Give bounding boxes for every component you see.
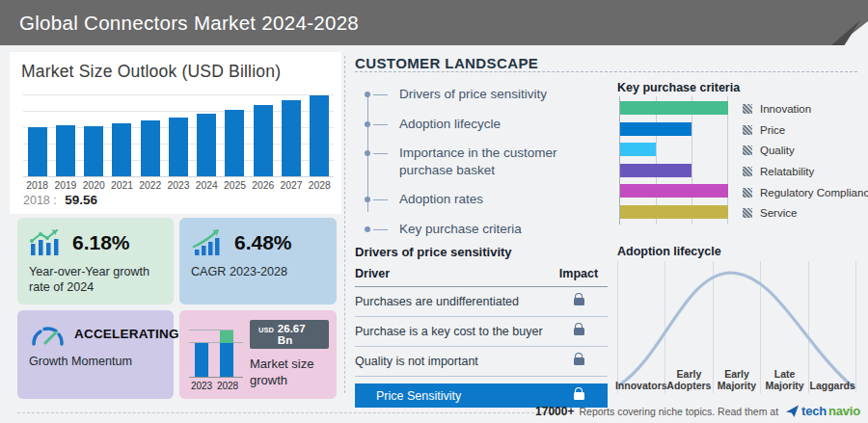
- yoy-label: Year-over-Year growth rate of 2024: [29, 264, 162, 295]
- key-purchase-bar-chart: [619, 96, 728, 225]
- badge-currency: USD: [258, 326, 274, 334]
- adoption-stage-label: Innovators: [617, 362, 665, 391]
- impact-cell: [550, 328, 608, 335]
- speedometer-gauge-icon: [29, 321, 66, 347]
- brand-part1: tech: [801, 404, 827, 418]
- bar-slot: [23, 127, 51, 176]
- legend-label: Regulatory Compliance: [760, 187, 868, 198]
- legend-label: Quality: [760, 145, 795, 156]
- legend-label: Service: [760, 207, 797, 219]
- table-row: Purchase is a key cost to the buyer: [355, 317, 608, 347]
- adoption-stage-label: Early Majority: [713, 362, 761, 391]
- cagr-card: 6.48% CAGR 2023-2028: [179, 218, 337, 304]
- x-tick-label: 2021: [108, 180, 136, 191]
- bar-2025: [225, 110, 244, 176]
- x-tick-label: 2022: [136, 180, 164, 191]
- lock-icon: [574, 328, 584, 335]
- driver-cell: Purchases are undifferentiated: [355, 295, 550, 308]
- legend-label: Relatability: [760, 166, 814, 177]
- legend-swatch-icon: [743, 208, 752, 218]
- bar-slot: [221, 110, 249, 176]
- technavio-logo: technavio: [786, 404, 860, 418]
- lock-icon: [574, 392, 584, 400]
- x-tick-label: 2025: [221, 180, 249, 191]
- x-tick-label: 2028: [306, 180, 334, 191]
- growth-mini-chart: 2023 2028: [189, 318, 245, 391]
- highlight-label: Price Sensitivity: [355, 389, 550, 403]
- bar-2023: [195, 343, 208, 377]
- bar-2028: [310, 95, 329, 176]
- brand-part2: navio: [828, 404, 860, 418]
- bar-slot: [136, 120, 164, 176]
- x-tick-label: 2027: [277, 180, 305, 191]
- mini-label-2028: 2028: [215, 381, 240, 391]
- legend-item: Regulatory Compliance: [743, 182, 868, 203]
- x-tick-label: 2026: [249, 180, 277, 191]
- header-bar: Global Connectors Market 2024-2028: [0, 0, 868, 45]
- mini-axis: [189, 377, 243, 378]
- growth-label: Market size growth: [250, 357, 329, 389]
- momentum-label: Growth Momentum: [29, 354, 162, 369]
- bar-chart-up-arrow-icon: [29, 228, 64, 257]
- adoption-stage-label: Early Adopters: [665, 362, 714, 391]
- x-tick-label: 2020: [80, 180, 108, 191]
- list-item: Drivers of price sensitivity: [355, 80, 604, 110]
- bar-slot: [51, 125, 79, 176]
- legend-item: Price: [743, 119, 868, 141]
- base-year-sep: :: [53, 194, 56, 207]
- vertical-dashed-divider: [344, 56, 345, 393]
- adoption-stage-label: Laggards: [808, 362, 856, 391]
- legend-label: Innovation: [760, 103, 811, 115]
- adoption-lifecycle-chart: InnovatorsEarly AdoptersEarly MajorityLa…: [617, 261, 856, 393]
- market-size-growth-card: 2023 2028 USD 26.67 Bn Market size growt…: [179, 310, 337, 399]
- x-tick-label: 2018: [23, 180, 51, 191]
- legend-label: Price: [760, 124, 785, 136]
- adoption-stage-labels: InnovatorsEarly AdoptersEarly MajorityLa…: [617, 362, 856, 391]
- hbar-regulatory-compliance: [620, 184, 728, 198]
- legend-item: Quality: [743, 140, 868, 161]
- legend-swatch-icon: [743, 125, 752, 135]
- page-title: Global Connectors Market 2024-2028: [19, 0, 359, 45]
- bar-slot: [306, 95, 334, 176]
- table-row: Quality is not important: [355, 347, 608, 377]
- price-sensitivity-title: Drivers of price sensitivity: [355, 245, 512, 259]
- mini-label-2023: 2023: [189, 381, 214, 391]
- key-purchase-legend: InnovationPriceQualityRelatabilityRegula…: [743, 98, 868, 224]
- hbar-innovation: [620, 101, 728, 115]
- legend-swatch-icon: [743, 167, 752, 176]
- table-header: Driver Impact: [355, 263, 608, 287]
- impact-column-header: Impact: [550, 267, 608, 280]
- hbar-relatability: [620, 164, 692, 177]
- cagr-value: 6.48%: [234, 231, 292, 254]
- bar-2022: [141, 120, 160, 176]
- hbar-service: [620, 205, 728, 219]
- bar-plot-area: [23, 93, 334, 177]
- growth-badge: USD 26.67 Bn: [250, 320, 329, 349]
- bar-2026: [254, 105, 273, 176]
- adoption-stage-label: Late Majority: [761, 362, 809, 391]
- footer: 17000+ Reports covering niche topics. Re…: [535, 404, 860, 418]
- technavio-arrow-icon: [786, 405, 800, 418]
- hbar-price: [620, 122, 692, 136]
- hbar-quality: [620, 143, 656, 156]
- legend-swatch-icon: [743, 104, 752, 114]
- impact-cell: [550, 357, 608, 365]
- list-item: Adoption rates: [355, 185, 604, 215]
- legend-item: Innovation: [743, 98, 868, 119]
- base-year-value: 59.56: [65, 193, 97, 207]
- impact-cell: [550, 298, 608, 305]
- bar-slot: [193, 114, 221, 176]
- bar-2028-growth: [220, 330, 233, 343]
- bar-slot: [164, 118, 192, 177]
- cagr-label: CAGR 2023-2028: [191, 264, 325, 279]
- bar-slot: [277, 100, 305, 176]
- x-tick-label: 2019: [51, 180, 79, 191]
- growth-momentum-card: ACCELERATING Growth Momentum: [17, 310, 174, 399]
- bar-2027: [282, 100, 301, 176]
- driver-cell: Quality is not important: [355, 355, 550, 368]
- legend-swatch-icon: [743, 145, 752, 155]
- x-tick-label: 2024: [193, 180, 221, 191]
- market-size-bar-chart: 2018201920202021202220232024202520262027…: [23, 93, 334, 191]
- bar-2021: [112, 123, 131, 176]
- footer-text: Reports covering niche topics. Read them…: [579, 406, 778, 417]
